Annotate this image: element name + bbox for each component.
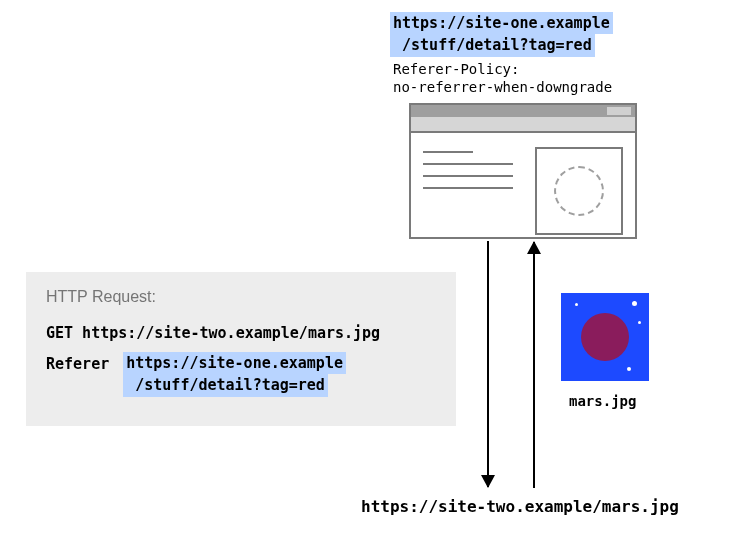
referer-policy-text: Referer-Policy: no-referrer-when-downgra… bbox=[393, 61, 612, 96]
mars-planet-icon bbox=[581, 313, 629, 361]
referer-label: Referer bbox=[46, 352, 109, 376]
text-lines-placeholder bbox=[423, 147, 519, 235]
dashed-circle-icon bbox=[554, 166, 604, 216]
mars-image bbox=[561, 293, 649, 381]
browser-window-illustration bbox=[409, 103, 637, 239]
star-icon bbox=[638, 321, 641, 324]
referer-value-highlight: https://site-one.example /stuff/detail?t… bbox=[123, 352, 346, 397]
referer-policy-value: no-referrer-when-downgrade bbox=[393, 79, 612, 95]
browser-content bbox=[411, 133, 635, 249]
mars-filename-label: mars.jpg bbox=[569, 393, 636, 409]
page-url-line2: /stuff/detail?tag=red bbox=[390, 34, 595, 56]
star-icon bbox=[632, 301, 637, 306]
target-url: https://site-two.example/mars.jpg bbox=[361, 497, 679, 516]
response-arrow-up-icon bbox=[533, 242, 535, 488]
referer-policy-header: Referer-Policy: bbox=[393, 61, 519, 77]
http-request-title: HTTP Request: bbox=[46, 288, 436, 306]
star-icon bbox=[627, 367, 631, 371]
http-get-line: GET https://site-two.example/mars.jpg bbox=[46, 324, 436, 342]
browser-urlbar bbox=[411, 117, 635, 133]
request-arrow-down-icon bbox=[487, 241, 489, 487]
browser-titlebar bbox=[411, 105, 635, 117]
http-request-box: HTTP Request: GET https://site-two.examp… bbox=[26, 272, 456, 426]
referer-value-line2: /stuff/detail?tag=red bbox=[123, 374, 328, 396]
star-icon bbox=[575, 303, 578, 306]
referer-value-line1: https://site-one.example bbox=[123, 352, 346, 374]
image-placeholder bbox=[535, 147, 623, 235]
page-url-line1: https://site-one.example bbox=[390, 12, 613, 34]
page-url-highlight: https://site-one.example /stuff/detail?t… bbox=[390, 12, 613, 57]
